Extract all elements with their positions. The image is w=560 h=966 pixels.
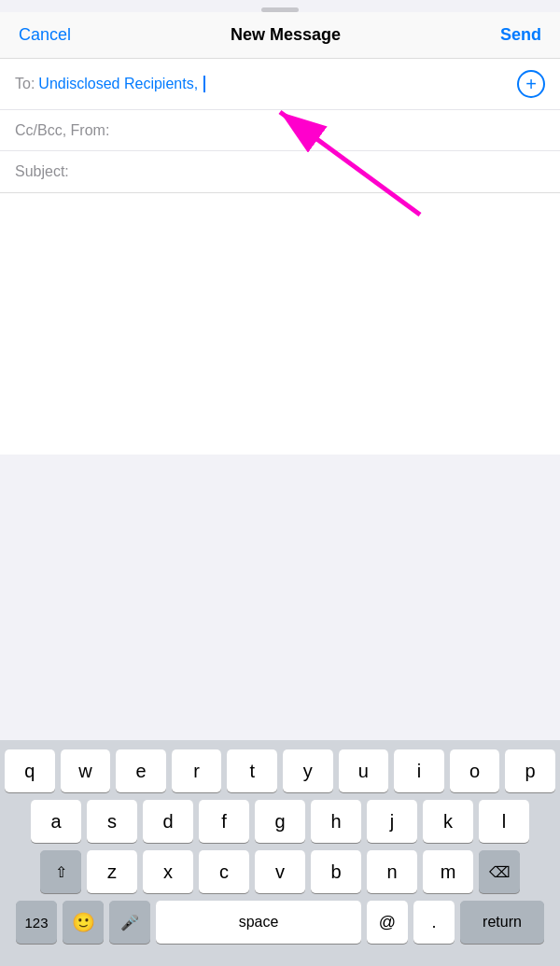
numbers-key[interactable]: 123 (16, 901, 57, 944)
space-key[interactable]: space (156, 901, 361, 944)
keyboard-row-2: a s d f g h j k l (5, 800, 555, 843)
cc-bcc-field-row[interactable]: Cc/Bcc, From: (0, 110, 560, 151)
key-c[interactable]: c (199, 850, 249, 893)
compose-form: To: Undisclosed Recipients, + Cc/Bcc, Fr… (0, 59, 560, 193)
send-button[interactable]: Send (500, 25, 541, 45)
page-title: New Message (231, 25, 341, 45)
key-g[interactable]: g (255, 800, 305, 843)
key-y[interactable]: y (283, 749, 333, 792)
cancel-button[interactable]: Cancel (19, 25, 71, 45)
key-z[interactable]: z (87, 850, 137, 893)
key-l[interactable]: l (479, 800, 529, 843)
emoji-key[interactable]: 🙂 (63, 901, 104, 944)
cc-bcc-label: Cc/Bcc, From: (15, 122, 109, 139)
to-label: To: (15, 76, 35, 92)
add-contact-button[interactable]: + (517, 70, 545, 98)
key-u[interactable]: u (339, 749, 389, 792)
subject-field-row[interactable]: Subject: (0, 151, 560, 192)
key-n[interactable]: n (367, 850, 417, 893)
key-w[interactable]: w (61, 749, 111, 792)
key-v[interactable]: v (255, 850, 305, 893)
key-f[interactable]: f (199, 800, 249, 843)
key-d[interactable]: d (143, 800, 193, 843)
microphone-key[interactable]: 🎤 (109, 901, 150, 944)
keyboard-row-3: ⇧ z x c v b n m ⌫ (5, 850, 555, 893)
key-a[interactable]: a (31, 800, 81, 843)
shift-key[interactable]: ⇧ (40, 850, 81, 893)
at-key[interactable]: @ (367, 901, 408, 944)
text-cursor (203, 76, 205, 92)
key-e[interactable]: e (116, 749, 166, 792)
key-x[interactable]: x (143, 850, 193, 893)
key-k[interactable]: k (423, 800, 473, 843)
key-r[interactable]: r (172, 749, 222, 792)
key-q[interactable]: q (5, 749, 55, 792)
key-i[interactable]: i (394, 749, 444, 792)
to-text: Undisclosed Recipients, (38, 76, 198, 91)
key-t[interactable]: t (227, 749, 277, 792)
delete-key[interactable]: ⌫ (479, 850, 520, 893)
key-j[interactable]: j (367, 800, 417, 843)
key-h[interactable]: h (311, 800, 361, 843)
key-m[interactable]: m (423, 850, 473, 893)
to-value[interactable]: Undisclosed Recipients, (38, 76, 517, 93)
to-field-row[interactable]: To: Undisclosed Recipients, + (0, 59, 560, 110)
keyboard-bottom-row: 123 🙂 🎤 space @ . return (5, 901, 555, 953)
key-s[interactable]: s (87, 800, 137, 843)
key-o[interactable]: o (450, 749, 500, 792)
message-body[interactable] (0, 193, 560, 455)
keyboard-row-1: q w e r t y u i o p (5, 749, 555, 792)
header-bar: Cancel New Message Send (0, 12, 560, 59)
subject-label: Subject: (15, 163, 69, 180)
return-key[interactable]: return (460, 901, 544, 944)
dot-key[interactable]: . (413, 901, 455, 944)
keyboard: q w e r t y u i o p a s d f g h j k l ⇧ … (0, 740, 560, 966)
key-p[interactable]: p (505, 749, 555, 792)
key-b[interactable]: b (311, 850, 361, 893)
